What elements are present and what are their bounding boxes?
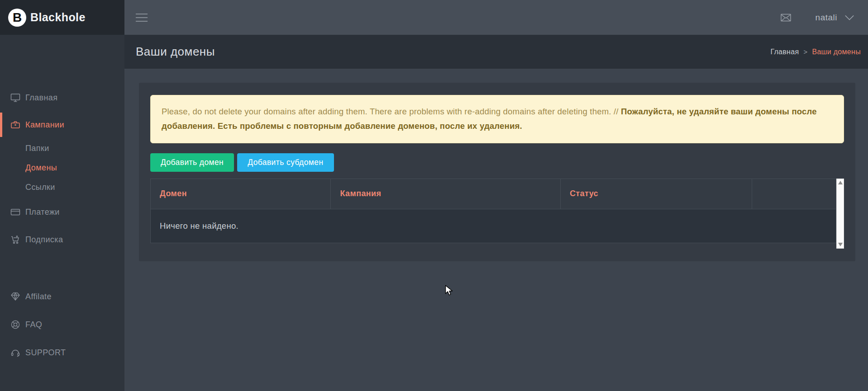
column-header-actions: [752, 179, 836, 209]
hamburger-icon: [136, 14, 148, 14]
sidebar-item-links[interactable]: Ссылки: [0, 179, 124, 196]
monitor-icon: [10, 92, 21, 103]
breadcrumb-separator-icon: >: [803, 48, 807, 56]
table-header-row: Домен Кампания Статус: [151, 179, 836, 209]
sidebar: Главная Кампании Папки Домены Ссылки: [0, 35, 124, 391]
sidebar-item-faq[interactable]: FAQ: [0, 316, 124, 333]
column-header-campaign: Кампания: [331, 179, 561, 209]
credit-card-icon: [10, 207, 21, 217]
column-header-domain: Домен: [151, 179, 331, 209]
main-content: Please, do not delete your domains after…: [124, 69, 868, 391]
breadcrumb: Главная > Ваши домены: [770, 48, 861, 56]
briefcase-icon: [10, 119, 21, 130]
gem-icon: [10, 291, 21, 302]
user-menu[interactable]: natali: [816, 13, 854, 23]
scroll-down-icon[interactable]: [838, 243, 843, 246]
brand-logo-letter: B: [13, 10, 22, 25]
breadcrumb-home-link[interactable]: Главная: [770, 48, 799, 56]
brand-logo-icon: B: [8, 9, 26, 27]
page-header: Ваши домены Главная > Ваши домены: [124, 35, 868, 69]
empty-message: Ничего не найдено.: [151, 209, 836, 243]
chevron-down-icon: [844, 14, 854, 21]
domains-table: Домен Кампания Статус Ничего не найдено.: [150, 179, 836, 243]
page-title: Ваши домены: [136, 45, 215, 59]
actions-row: Добавить домен Добавить субдомен: [150, 153, 844, 172]
sidebar-item-affiliate[interactable]: Affilate: [0, 288, 124, 305]
envelope-icon: [780, 12, 792, 23]
mail-button[interactable]: [780, 12, 792, 23]
sidebar-item-campaigns[interactable]: Кампании: [0, 116, 124, 133]
brand-name: Blackhole: [30, 11, 86, 24]
table-row-empty: Ничего не найдено.: [151, 209, 836, 243]
life-ring-icon: [10, 319, 21, 330]
username: natali: [816, 13, 837, 23]
column-header-status: Статус: [560, 179, 752, 209]
topbar: B Blackhole natali: [0, 0, 868, 35]
add-domain-button[interactable]: Добавить домен: [150, 153, 234, 172]
headset-icon: [10, 347, 21, 358]
sidebar-item-home[interactable]: Главная: [0, 89, 124, 106]
sidebar-toggle-button[interactable]: [134, 12, 149, 24]
app-screen: B Blackhole natali: [0, 0, 868, 391]
domains-table-wrap: Домен Кампания Статус Ничего не найдено.: [150, 179, 844, 243]
domains-card: Please, do not delete your domains after…: [139, 83, 855, 261]
add-subdomain-button[interactable]: Добавить субдомен: [237, 153, 334, 172]
sidebar-item-domains[interactable]: Домены: [0, 159, 124, 176]
brand[interactable]: B Blackhole: [0, 0, 124, 35]
sidebar-item-subscription[interactable]: Подписка: [0, 231, 124, 248]
sidebar-item-support[interactable]: SUPPORT: [0, 344, 124, 361]
sidebar-item-payments[interactable]: Платежи: [0, 203, 124, 221]
sidebar-item-folders[interactable]: Папки: [0, 140, 124, 157]
warning-alert: Please, do not delete your domains after…: [150, 95, 844, 143]
table-scrollbar[interactable]: [836, 179, 844, 249]
cart-plus-icon: [10, 234, 21, 245]
alert-text-en: Please, do not delete your domains after…: [162, 107, 621, 116]
breadcrumb-current: Ваши домены: [812, 48, 861, 56]
scroll-up-icon[interactable]: [838, 181, 843, 184]
